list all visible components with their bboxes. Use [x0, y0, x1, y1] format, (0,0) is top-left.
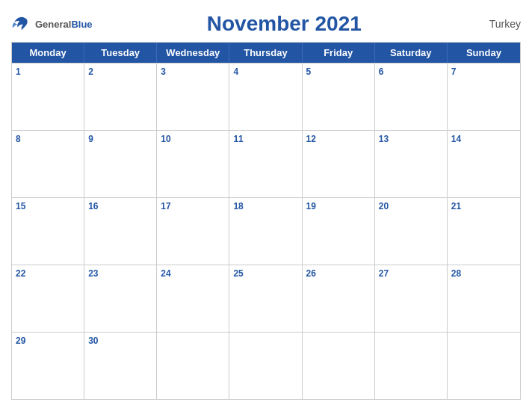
- calendar-cell: 14: [448, 131, 520, 197]
- day-number: 29: [16, 335, 80, 347]
- weekday-header-wednesday: Wednesday: [157, 43, 229, 63]
- weekday-header-thursday: Thursday: [229, 43, 302, 63]
- calendar-cell: 24: [157, 265, 229, 332]
- day-number: 6: [379, 66, 443, 78]
- day-number: 1: [16, 66, 80, 78]
- calendar-cell: 15: [12, 198, 84, 265]
- calendar-row-4: 2930: [12, 332, 520, 399]
- day-number: 25: [233, 268, 297, 280]
- calendar-cell: [448, 333, 520, 399]
- day-number: 22: [16, 268, 80, 280]
- day-number: 3: [161, 66, 225, 78]
- day-number: 17: [161, 200, 225, 213]
- country-label: Turkey: [476, 18, 521, 30]
- day-number: 16: [88, 200, 152, 213]
- calendar-row-2: 15161718192021: [12, 197, 520, 265]
- day-number: 18: [233, 200, 297, 213]
- day-number: 12: [306, 133, 371, 146]
- calendar-cell: 16: [84, 198, 157, 265]
- calendar-cell: 28: [448, 265, 520, 332]
- calendar-cell: 27: [375, 265, 448, 332]
- calendar-cell: 1: [12, 64, 84, 130]
- calendar-cell: 8: [12, 131, 84, 197]
- day-number: 8: [16, 133, 80, 146]
- day-number: 14: [451, 133, 516, 146]
- calendar-cell: 7: [448, 64, 520, 130]
- calendar-cell: 6: [375, 64, 448, 130]
- calendar-cell: 13: [375, 131, 448, 197]
- day-number: 23: [88, 268, 152, 280]
- calendar-cell: 11: [229, 131, 302, 197]
- weekday-header-friday: Friday: [303, 43, 375, 63]
- day-number: 7: [451, 66, 516, 78]
- day-number: 20: [379, 200, 443, 213]
- day-number: 9: [88, 133, 152, 146]
- day-number: 10: [161, 133, 225, 146]
- day-number: 24: [161, 268, 225, 280]
- calendar-cell: 29: [12, 333, 84, 399]
- calendar-title: November 2021: [93, 12, 476, 36]
- calendar-cell: 21: [448, 198, 520, 265]
- calendar-cell: 30: [84, 333, 157, 399]
- weekday-header-monday: Monday: [12, 43, 84, 63]
- calendar-grid: MondayTuesdayWednesdayThursdayFridaySatu…: [11, 42, 521, 400]
- calendar-cell: 12: [303, 131, 375, 197]
- day-number: 2: [88, 66, 152, 78]
- logo-general: General: [35, 19, 71, 30]
- calendar-cell: 2: [84, 64, 157, 130]
- calendar-cell: 3: [157, 64, 229, 130]
- logo-text: GeneralBlue: [35, 17, 93, 31]
- calendar-row-1: 891011121314: [12, 130, 520, 197]
- calendar-cell: [229, 333, 302, 399]
- weekday-header-tuesday: Tuesday: [84, 43, 157, 63]
- day-number: 27: [379, 268, 443, 280]
- logo: GeneralBlue: [11, 16, 93, 32]
- calendar-cell: 17: [157, 198, 229, 265]
- weekday-header-sunday: Sunday: [448, 43, 520, 63]
- logo-bird-icon: [11, 16, 32, 32]
- calendar-cell: [157, 333, 229, 399]
- calendar-cell: 25: [229, 265, 302, 332]
- day-number: 21: [451, 200, 516, 213]
- day-number: 15: [16, 200, 80, 213]
- calendar-cell: 20: [375, 198, 448, 265]
- calendar-cell: 26: [303, 265, 375, 332]
- day-number: 26: [306, 268, 371, 280]
- calendar-cell: 9: [84, 131, 157, 197]
- calendar-cell: 19: [303, 198, 375, 265]
- calendar-body: 1234567891011121314151617181920212223242…: [12, 63, 520, 399]
- day-number: 30: [88, 335, 152, 347]
- calendar-cell: 18: [229, 198, 302, 265]
- calendar-cell: [375, 333, 448, 399]
- calendar-cell: 22: [12, 265, 84, 332]
- day-number: 11: [233, 133, 297, 146]
- calendar-cell: 10: [157, 131, 229, 197]
- logo-blue: Blue: [71, 19, 92, 30]
- calendar-cell: 5: [303, 64, 375, 130]
- calendar-cell: 4: [229, 64, 302, 130]
- calendar-row-3: 22232425262728: [12, 265, 520, 332]
- day-number: 5: [306, 66, 371, 78]
- calendar-row-0: 1234567: [12, 63, 520, 130]
- day-number: 13: [379, 133, 443, 146]
- calendar-cell: 23: [84, 265, 157, 332]
- weekday-header-saturday: Saturday: [375, 43, 448, 63]
- calendar-header: GeneralBlue November 2021 Turkey: [11, 7, 521, 42]
- day-number: 4: [233, 66, 297, 78]
- calendar-weekday-header: MondayTuesdayWednesdayThursdayFridaySatu…: [12, 43, 520, 63]
- calendar-cell: [303, 333, 375, 399]
- day-number: 19: [306, 200, 371, 213]
- day-number: 28: [451, 268, 516, 280]
